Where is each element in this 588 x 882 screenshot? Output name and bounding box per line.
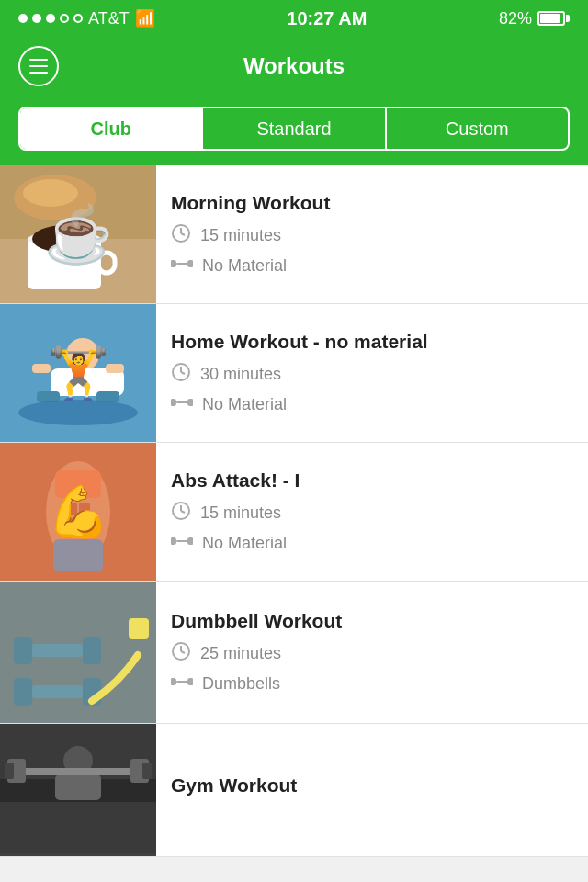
signal-dot-4: [60, 14, 69, 23]
signal-dot-5: [74, 14, 83, 23]
clock-icon: [171, 362, 191, 387]
time-display: 10:27 AM: [287, 8, 367, 29]
workout-info: Home Workout - no material 30 minutes No…: [156, 304, 588, 442]
svg-line-42: [181, 511, 185, 513]
svg-rect-30: [189, 399, 192, 406]
clock-icon: [171, 223, 191, 248]
svg-rect-62: [189, 678, 192, 685]
svg-rect-61: [172, 678, 175, 685]
material-label: Dumbbells: [202, 674, 280, 694]
workout-thumbnail: [0, 304, 156, 442]
workout-info: Gym Workout: [156, 724, 588, 856]
status-right: 82%: [499, 9, 570, 28]
duration-row: 15 minutes: [171, 501, 573, 526]
svg-point-3: [23, 179, 78, 207]
svg-rect-19: [37, 391, 60, 402]
signal-dot-2: [32, 14, 41, 23]
workout-info: Morning Workout 15 minutes No Material: [156, 165, 588, 303]
signal-dots: [18, 14, 83, 23]
svg-rect-50: [32, 644, 83, 657]
svg-rect-21: [32, 364, 51, 373]
segment-inner: Club Standard Custom: [18, 107, 570, 151]
svg-rect-55: [129, 618, 149, 639]
battery-icon: [537, 11, 570, 26]
equipment-icon: [171, 394, 193, 415]
svg-rect-37: [66, 518, 77, 531]
duration-row: 30 minutes: [171, 362, 573, 387]
svg-rect-49: [14, 637, 32, 664]
svg-rect-47: [176, 540, 187, 542]
workout-thumbnail: [0, 165, 156, 303]
svg-rect-14: [189, 260, 192, 267]
svg-rect-53: [32, 685, 83, 698]
page-title: Workouts: [243, 53, 345, 79]
duration-row: 25 minutes: [171, 641, 573, 666]
tab-custom[interactable]: Custom: [387, 108, 568, 149]
workout-item[interactable]: Dumbbell Workout 25 minutes Dumbbells: [0, 582, 588, 724]
svg-rect-52: [14, 678, 32, 706]
workout-name: Home Workout - no material: [171, 331, 573, 353]
svg-rect-72: [142, 763, 152, 779]
workout-info: Dumbbell Workout 25 minutes Dumbbells: [156, 582, 588, 723]
svg-line-26: [181, 372, 185, 374]
equipment-icon: [171, 673, 193, 695]
duration-label: 30 minutes: [200, 365, 281, 384]
svg-rect-29: [172, 399, 175, 406]
workout-thumbnail: [0, 443, 156, 581]
wifi-icon: 📶: [135, 8, 155, 28]
workout-meta: 30 minutes No Material: [171, 362, 573, 415]
workout-thumbnail: [0, 724, 156, 856]
svg-rect-31: [176, 401, 187, 403]
workout-item[interactable]: Home Workout - no material 30 minutes No…: [0, 304, 588, 443]
svg-rect-13: [172, 260, 175, 267]
equipment-icon: [171, 533, 193, 554]
duration-label: 15 minutes: [200, 226, 281, 245]
svg-rect-63: [176, 681, 187, 683]
battery-percent: 82%: [499, 9, 532, 28]
svg-point-17: [66, 338, 99, 371]
material-label: No Material: [202, 395, 287, 414]
equipment-icon: [171, 255, 193, 277]
workout-name: Abs Attack! - I: [171, 469, 573, 492]
workout-meta: 15 minutes No Material: [171, 223, 573, 277]
clock-icon: [171, 501, 191, 526]
svg-rect-45: [172, 537, 175, 545]
workout-name: Dumbbell Workout: [171, 610, 573, 632]
hamburger-icon: [29, 59, 48, 74]
workout-list: Morning Workout 15 minutes No Material: [0, 165, 588, 857]
segment-control: Club Standard Custom: [0, 96, 588, 165]
svg-rect-68: [9, 768, 147, 775]
svg-rect-36: [79, 503, 90, 515]
svg-point-6: [32, 225, 96, 253]
clock-icon: [171, 641, 191, 666]
material-row: No Material: [171, 394, 573, 415]
svg-rect-22: [106, 364, 124, 373]
status-bar: AT&T 📶 10:27 AM 82%: [0, 0, 588, 37]
tab-standard[interactable]: Standard: [203, 108, 384, 149]
material-row: No Material: [171, 255, 573, 277]
tab-club[interactable]: Club: [20, 108, 201, 149]
svg-rect-39: [53, 539, 103, 571]
duration-label: 25 minutes: [200, 644, 281, 663]
svg-rect-46: [189, 537, 192, 545]
duration-label: 15 minutes: [200, 503, 281, 523]
material-label: No Material: [202, 256, 287, 276]
menu-button[interactable]: [18, 46, 59, 86]
svg-point-23: [18, 400, 138, 425]
svg-rect-38: [79, 518, 90, 531]
svg-rect-51: [83, 637, 101, 664]
workout-name: Gym Workout: [171, 775, 573, 797]
carrier-label: AT&T: [88, 9, 130, 28]
svg-rect-34: [55, 470, 101, 498]
svg-rect-67: [55, 775, 101, 800]
workout-meta: 25 minutes Dumbbells: [171, 641, 573, 695]
material-row: No Material: [171, 533, 573, 554]
workout-item[interactable]: Abs Attack! - I 15 minutes No Material: [0, 443, 588, 582]
workout-item[interactable]: Gym Workout: [0, 724, 588, 857]
material-label: No Material: [202, 534, 287, 553]
nav-bar: Workouts: [0, 37, 588, 96]
status-left: AT&T 📶: [18, 8, 155, 28]
svg-rect-35: [66, 503, 77, 515]
svg-line-10: [181, 233, 185, 235]
workout-item[interactable]: Morning Workout 15 minutes No Material: [0, 165, 588, 304]
